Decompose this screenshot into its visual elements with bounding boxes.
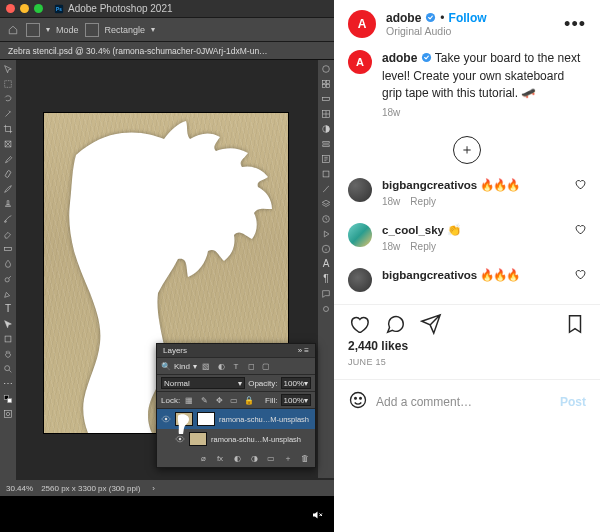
emoji-button[interactable]	[348, 390, 368, 413]
layer-fx-icon[interactable]: fx	[214, 452, 226, 464]
zoom-window-button[interactable]	[34, 4, 43, 13]
history-brush-icon[interactable]	[1, 212, 15, 226]
close-window-button[interactable]	[6, 4, 15, 13]
pen-tool-icon[interactable]	[1, 287, 15, 301]
layers-panel[interactable]: Layers» ≡ 🔍Kind ▾ ▧ ◐ T ◻ ▢ Normal ▾ Opa…	[156, 343, 316, 468]
visibility-icon[interactable]	[175, 434, 185, 444]
crop-tool-icon[interactable]	[1, 122, 15, 136]
zoom-value[interactable]: 30.44%	[6, 484, 33, 493]
new-group-icon[interactable]: ▭	[265, 452, 277, 464]
new-layer-icon[interactable]: ＋	[282, 452, 294, 464]
like-comment-button[interactable]	[574, 223, 586, 238]
minimize-window-button[interactable]	[20, 4, 29, 13]
path-tool-icon[interactable]	[1, 317, 15, 331]
likes-count[interactable]: 2,440 likes	[334, 339, 600, 353]
commenter-username[interactable]: bigbangcreativos	[382, 179, 477, 191]
lock-artboard-icon[interactable]: ▭	[228, 394, 240, 406]
gradients-panel-icon[interactable]	[319, 92, 333, 106]
share-button[interactable]	[420, 313, 442, 335]
visibility-icon[interactable]	[161, 414, 171, 424]
move-tool-icon[interactable]	[1, 62, 15, 76]
filter-adjust-icon[interactable]: ◐	[215, 360, 227, 372]
wand-tool-icon[interactable]	[1, 107, 15, 121]
lock-position-icon[interactable]: ✥	[213, 394, 225, 406]
more-tools-icon[interactable]: ⋯	[1, 377, 15, 391]
swap-colors-icon[interactable]	[1, 392, 15, 406]
home-icon[interactable]	[6, 23, 20, 37]
rectangle-icon[interactable]	[85, 23, 99, 37]
opacity-field[interactable]: 100%▾	[281, 377, 311, 389]
commenter-avatar[interactable]	[348, 178, 372, 202]
color-panel-icon[interactable]	[319, 62, 333, 76]
comment-button[interactable]	[384, 313, 406, 335]
frame-tool-icon[interactable]	[1, 137, 15, 151]
type-tool-icon[interactable]: T	[1, 302, 15, 316]
commenter-avatar[interactable]	[348, 223, 372, 247]
swatches-panel-icon[interactable]	[319, 77, 333, 91]
paths-panel-icon[interactable]	[319, 182, 333, 196]
comments-panel-icon[interactable]	[319, 287, 333, 301]
add-story-button[interactable]: ＋	[453, 136, 481, 164]
paragraph-panel-icon[interactable]: ¶	[319, 272, 333, 286]
reply-button[interactable]: Reply	[410, 241, 436, 252]
document-tab[interactable]: Zebra stencil.psd @ 30.4% (ramona-schuma…	[0, 42, 334, 60]
patterns-panel-icon[interactable]	[319, 107, 333, 121]
caption-username[interactable]: adobe	[382, 51, 417, 65]
filter-pixel-icon[interactable]: ▧	[200, 360, 212, 372]
heal-tool-icon[interactable]	[1, 167, 15, 181]
author-avatar[interactable]: A	[348, 10, 376, 38]
marquee-tool-icon[interactable]	[1, 77, 15, 91]
lock-paint-icon[interactable]: ✎	[198, 394, 210, 406]
gradient-tool-icon[interactable]	[1, 242, 15, 256]
link-layers-icon[interactable]: ⌀	[197, 452, 209, 464]
properties-panel-icon[interactable]	[319, 152, 333, 166]
adjustments-panel-icon[interactable]	[319, 122, 333, 136]
like-button[interactable]	[348, 313, 370, 335]
stamp-tool-icon[interactable]	[1, 197, 15, 211]
character-panel-icon[interactable]: A	[319, 257, 333, 271]
post-comment-button[interactable]: Post	[560, 395, 586, 409]
lasso-tool-icon[interactable]	[1, 92, 15, 106]
reply-button[interactable]: Reply	[410, 196, 436, 207]
commenter-username[interactable]: bigbangcreativos	[382, 269, 477, 281]
layers-panel-icon[interactable]	[319, 197, 333, 211]
zoom-tool-icon[interactable]	[1, 362, 15, 376]
blur-tool-icon[interactable]	[1, 257, 15, 271]
history-panel-icon[interactable]	[319, 212, 333, 226]
new-adjustment-icon[interactable]: ◑	[248, 452, 260, 464]
hand-tool-icon[interactable]	[1, 347, 15, 361]
blend-mode-select[interactable]: Normal ▾	[161, 377, 245, 389]
shape-tool-icon[interactable]	[1, 332, 15, 346]
eraser-tool-icon[interactable]	[1, 227, 15, 241]
dodge-tool-icon[interactable]	[1, 272, 15, 286]
quickmask-icon[interactable]	[1, 407, 15, 421]
mute-button[interactable]	[306, 504, 328, 526]
author-avatar[interactable]: A	[348, 50, 372, 74]
more-options-button[interactable]: •••	[564, 14, 586, 35]
commenter-avatar[interactable]	[348, 268, 372, 292]
lock-transparency-icon[interactable]: ▦	[183, 394, 195, 406]
delete-layer-icon[interactable]: 🗑	[299, 452, 311, 464]
filter-type-icon[interactable]: T	[230, 360, 242, 372]
fill-field[interactable]: 100%▾	[281, 394, 311, 406]
info-panel-icon[interactable]	[319, 242, 333, 256]
actions-panel-icon[interactable]	[319, 227, 333, 241]
lock-all-icon[interactable]: 🔒	[243, 394, 255, 406]
filter-smart-icon[interactable]: ▢	[260, 360, 272, 372]
like-comment-button[interactable]	[574, 178, 586, 193]
author-username[interactable]: adobe	[386, 11, 421, 25]
shape-preview-icon[interactable]	[26, 23, 40, 37]
eyedropper-tool-icon[interactable]	[1, 152, 15, 166]
audio-label[interactable]: Original Audio	[386, 25, 554, 38]
channels-panel-icon[interactable]	[319, 167, 333, 181]
brush-tool-icon[interactable]	[1, 182, 15, 196]
layer-mask-icon[interactable]: ◐	[231, 452, 243, 464]
layer-item[interactable]: ramona-schu…M-unsplash	[157, 409, 315, 429]
like-comment-button[interactable]	[574, 268, 586, 283]
commenter-username[interactable]: c_cool_sky	[382, 224, 444, 236]
brush-settings-icon[interactable]	[319, 302, 333, 316]
libraries-panel-icon[interactable]	[319, 137, 333, 151]
comment-input[interactable]	[376, 395, 552, 409]
save-button[interactable]	[564, 313, 586, 335]
filter-shape-icon[interactable]: ◻	[245, 360, 257, 372]
